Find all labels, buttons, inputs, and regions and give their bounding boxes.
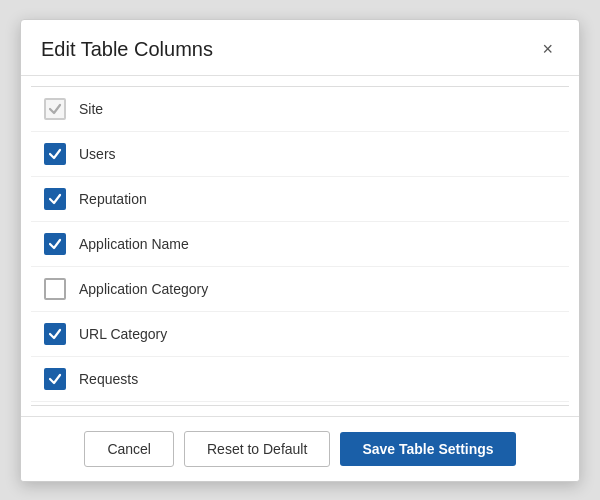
checkbox-unchecked[interactable] [44, 278, 66, 300]
column-label: Application Name [79, 236, 189, 252]
column-list[interactable]: Site Users Reputation Application Name [31, 86, 569, 406]
column-label: Application Category [79, 281, 208, 297]
table-row[interactable]: Application Category [31, 267, 569, 312]
column-label: Users [79, 146, 116, 162]
reset-to-default-button[interactable]: Reset to Default [184, 431, 330, 467]
checkbox-checked[interactable] [44, 188, 66, 210]
table-row[interactable]: Users [31, 132, 569, 177]
cancel-button[interactable]: Cancel [84, 431, 174, 467]
table-row[interactable]: URL Category [31, 312, 569, 357]
checkbox-disabled [44, 98, 66, 120]
table-row[interactable]: Requests [31, 357, 569, 402]
checkbox-wrap [41, 275, 69, 303]
checkbox-checked[interactable] [44, 143, 66, 165]
column-label: Reputation [79, 191, 147, 207]
column-label: URL Category [79, 326, 167, 342]
checkbox-wrap [41, 185, 69, 213]
checkbox-wrap [41, 320, 69, 348]
dialog-title: Edit Table Columns [41, 38, 213, 61]
checkbox-checked[interactable] [44, 233, 66, 255]
dialog-body: Site Users Reputation Application Name [21, 76, 579, 416]
checkbox-checked[interactable] [44, 368, 66, 390]
checkbox-wrap [41, 230, 69, 258]
dialog-header: Edit Table Columns × [21, 20, 579, 76]
table-row[interactable]: Allowed Requests [31, 402, 569, 406]
checkbox-wrap [41, 140, 69, 168]
dialog-footer: Cancel Reset to Default Save Table Setti… [21, 416, 579, 481]
checkbox-wrap [41, 365, 69, 393]
column-label: Requests [79, 371, 138, 387]
table-row[interactable]: Reputation [31, 177, 569, 222]
save-table-settings-button[interactable]: Save Table Settings [340, 432, 515, 466]
checkbox-checked[interactable] [44, 323, 66, 345]
edit-table-columns-dialog: Edit Table Columns × Site Users [20, 19, 580, 482]
checkbox-wrap [41, 95, 69, 123]
table-row[interactable]: Application Name [31, 222, 569, 267]
column-label: Site [79, 101, 103, 117]
table-row[interactable]: Site [31, 87, 569, 132]
close-button[interactable]: × [536, 38, 559, 60]
